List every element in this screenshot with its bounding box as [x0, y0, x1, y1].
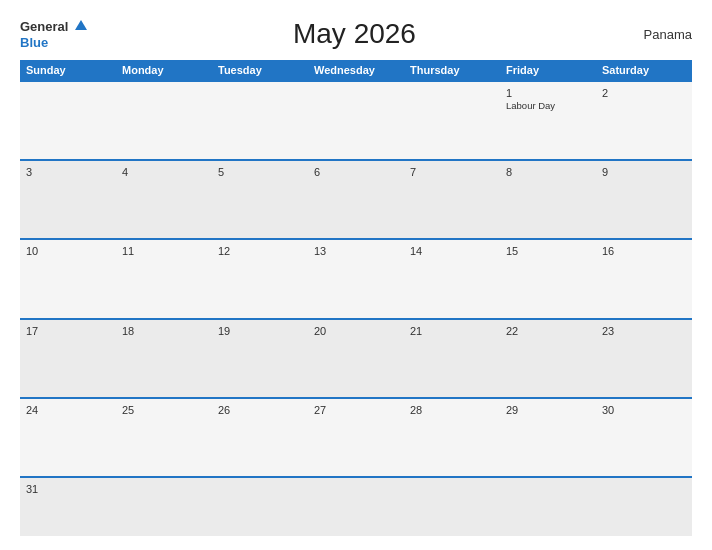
day-number: 24: [26, 404, 110, 416]
day-number: 23: [602, 325, 686, 337]
calendar-cell: [116, 82, 212, 159]
col-tuesday: Tuesday: [212, 60, 308, 80]
calendar-cell: [404, 478, 500, 536]
calendar-cell: [116, 478, 212, 536]
calendar-cell: 1Labour Day: [500, 82, 596, 159]
calendar-cell: 20: [308, 320, 404, 397]
calendar-cell: 30: [596, 399, 692, 476]
calendar-cell: [596, 478, 692, 536]
calendar-cell: 16: [596, 240, 692, 317]
day-number: 13: [314, 245, 398, 257]
day-number: 17: [26, 325, 110, 337]
col-saturday: Saturday: [596, 60, 692, 80]
calendar-cell: [308, 82, 404, 159]
calendar-cell: [20, 82, 116, 159]
calendar-page: General Blue May 2026 Panama Sunday Mond…: [0, 0, 712, 550]
day-number: 1: [506, 87, 590, 99]
day-number: 2: [602, 87, 686, 99]
calendar-title: May 2026: [87, 18, 622, 50]
day-number: 15: [506, 245, 590, 257]
calendar-cell: 2: [596, 82, 692, 159]
calendar-week-6: 31: [20, 476, 692, 536]
calendar-week-4: 17181920212223: [20, 318, 692, 397]
day-number: 11: [122, 245, 206, 257]
logo-triangle-icon: [75, 20, 87, 30]
calendar-header: Sunday Monday Tuesday Wednesday Thursday…: [20, 60, 692, 80]
calendar-cell: 17: [20, 320, 116, 397]
day-number: 5: [218, 166, 302, 178]
col-friday: Friday: [500, 60, 596, 80]
day-number: 12: [218, 245, 302, 257]
col-sunday: Sunday: [20, 60, 116, 80]
calendar-week-1: 1Labour Day2: [20, 80, 692, 159]
calendar-cell: [404, 82, 500, 159]
day-number: 9: [602, 166, 686, 178]
calendar-cell: 31: [20, 478, 116, 536]
day-number: 21: [410, 325, 494, 337]
calendar-cell: 5: [212, 161, 308, 238]
calendar-cell: 19: [212, 320, 308, 397]
calendar-body: 1Labour Day23456789101112131415161718192…: [20, 80, 692, 536]
day-number: 3: [26, 166, 110, 178]
day-number: 26: [218, 404, 302, 416]
calendar-cell: 12: [212, 240, 308, 317]
country-label: Panama: [622, 27, 692, 42]
day-number: 16: [602, 245, 686, 257]
header: General Blue May 2026 Panama: [20, 18, 692, 50]
calendar-cell: 18: [116, 320, 212, 397]
calendar-cell: 9: [596, 161, 692, 238]
calendar-cell: 25: [116, 399, 212, 476]
calendar-cell: 28: [404, 399, 500, 476]
logo-bottom: Blue: [20, 34, 87, 50]
calendar-cell: 6: [308, 161, 404, 238]
day-number: 19: [218, 325, 302, 337]
day-number: 27: [314, 404, 398, 416]
calendar-cell: 10: [20, 240, 116, 317]
day-number: 18: [122, 325, 206, 337]
calendar-cell: [212, 478, 308, 536]
day-number: 4: [122, 166, 206, 178]
calendar-cell: [308, 478, 404, 536]
day-number: 20: [314, 325, 398, 337]
day-number: 22: [506, 325, 590, 337]
day-number: 8: [506, 166, 590, 178]
calendar-cell: 7: [404, 161, 500, 238]
calendar-cell: [212, 82, 308, 159]
day-number: 28: [410, 404, 494, 416]
day-number: 6: [314, 166, 398, 178]
col-thursday: Thursday: [404, 60, 500, 80]
day-number: 10: [26, 245, 110, 257]
calendar-cell: 4: [116, 161, 212, 238]
logo-blue-text: Blue: [20, 35, 48, 50]
day-number: 25: [122, 404, 206, 416]
calendar-week-2: 3456789: [20, 159, 692, 238]
calendar-cell: 29: [500, 399, 596, 476]
calendar-week-5: 24252627282930: [20, 397, 692, 476]
day-number: 7: [410, 166, 494, 178]
calendar-cell: 23: [596, 320, 692, 397]
calendar-cell: 11: [116, 240, 212, 317]
col-monday: Monday: [116, 60, 212, 80]
calendar-cell: [500, 478, 596, 536]
logo-general-text: General: [20, 19, 68, 34]
calendar-week-3: 10111213141516: [20, 238, 692, 317]
day-number: 30: [602, 404, 686, 416]
logo-top: General: [20, 18, 87, 34]
calendar-cell: 26: [212, 399, 308, 476]
calendar-cell: 15: [500, 240, 596, 317]
holiday-label: Labour Day: [506, 100, 590, 111]
calendar-cell: 14: [404, 240, 500, 317]
calendar-cell: 3: [20, 161, 116, 238]
logo: General Blue: [20, 18, 87, 50]
col-wednesday: Wednesday: [308, 60, 404, 80]
calendar-cell: 13: [308, 240, 404, 317]
calendar-cell: 21: [404, 320, 500, 397]
day-number: 14: [410, 245, 494, 257]
calendar-cell: 27: [308, 399, 404, 476]
calendar-cell: 22: [500, 320, 596, 397]
day-number: 31: [26, 483, 110, 495]
day-number: 29: [506, 404, 590, 416]
calendar-cell: 24: [20, 399, 116, 476]
calendar-cell: 8: [500, 161, 596, 238]
calendar: Sunday Monday Tuesday Wednesday Thursday…: [20, 60, 692, 536]
